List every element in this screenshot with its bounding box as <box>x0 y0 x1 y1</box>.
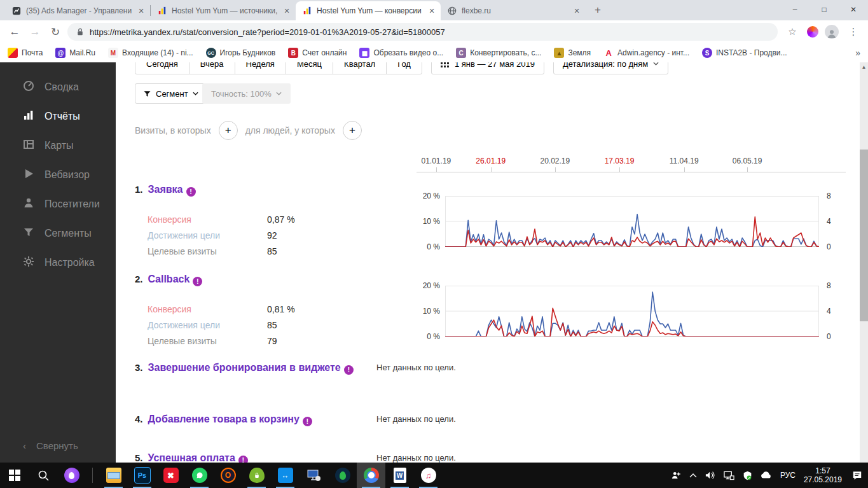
tab-3[interactable]: Hostel Yum Yum — конверсии - ✕ <box>296 1 441 20</box>
bookmarks-overflow-icon[interactable]: » <box>855 48 860 58</box>
sidebar-item-play[interactable]: Вебвизор <box>0 160 116 190</box>
taskbar-green-lock-app[interactable] <box>242 463 271 488</box>
scrollbar-up-arrow[interactable]: ▲ <box>860 64 868 70</box>
add-people-filter-button[interactable]: + <box>343 121 362 140</box>
taskbar-chrome[interactable] <box>357 463 385 488</box>
scrollbar-thumb[interactable] <box>860 150 868 321</box>
taskbar-teamviewer[interactable]: ↔ <box>271 463 300 488</box>
clock[interactable]: 1:57 27.05.2019 <box>804 466 842 484</box>
url-omnibox[interactable]: https://metrika.yandex.ru/stat/conversio… <box>67 23 778 41</box>
add-visit-filter-button[interactable]: + <box>219 121 238 140</box>
y-tick-label: 0 <box>827 332 831 341</box>
goal-title-link[interactable]: Успешная оплата! <box>148 452 248 463</box>
goal-info-badge-icon[interactable]: ! <box>186 187 196 197</box>
stat-label-conv: Конверсия <box>148 304 267 314</box>
new-tab-button[interactable]: + <box>589 2 606 18</box>
sidebar-item-funnel[interactable]: Сегменты <box>0 219 116 248</box>
network-icon[interactable] <box>724 471 734 480</box>
taskbar-itunes[interactable]: ♫ <box>414 463 443 488</box>
page-scrollbar[interactable]: ▲ <box>860 62 868 463</box>
period-button-месяц[interactable]: Месяц <box>286 62 333 74</box>
segment-button[interactable]: Сегмент <box>135 83 207 104</box>
goal-title-link[interactable]: Завершение бронирования в виджете! <box>148 361 354 375</box>
metrika-icon <box>157 6 167 16</box>
accuracy-button[interactable]: Точность: 100% <box>202 83 291 104</box>
taskbar-photoshop[interactable]: Ps <box>128 463 156 488</box>
bookmark-yandex-mail[interactable]: Почта <box>8 48 43 58</box>
taskbar-divider <box>92 468 93 483</box>
taskbar-file-explorer[interactable] <box>99 463 128 488</box>
sidebar-item-layout[interactable]: Карты <box>0 131 116 160</box>
taskbar-search-button[interactable] <box>29 463 57 488</box>
taskbar-red-x-app[interactable]: ✖ <box>156 463 185 488</box>
goal-info-badge-icon[interactable]: ! <box>193 277 202 286</box>
taskbar-orange-ring-app[interactable]: O <box>214 463 242 488</box>
bookmark-star-icon[interactable]: ☆ <box>784 24 801 40</box>
period-button-год[interactable]: Год <box>386 62 422 74</box>
bookmark-insta2b[interactable]: SINSTA2B - Продви... <box>702 48 787 58</box>
date-range-button[interactable]: 1 янв — 27 мая 2019 <box>431 62 544 74</box>
bookmark-schet-online[interactable]: ВСчет онлайн <box>288 48 347 58</box>
goal-info-badge-icon[interactable]: ! <box>238 456 248 463</box>
goal-info-badge-icon[interactable]: ! <box>344 365 354 375</box>
maximize-button[interactable]: □ <box>809 0 839 19</box>
collapse-label: Свернуть <box>36 440 78 451</box>
detail-button[interactable]: Детализация: по дням <box>553 62 668 74</box>
reload-icon[interactable]: ↻ <box>47 24 64 40</box>
chevron-left-icon: ‹ <box>23 440 26 451</box>
period-button-квартал[interactable]: Квартал <box>333 62 387 74</box>
sidebar-item-person[interactable]: Посетители <box>0 190 116 219</box>
tab-close-icon[interactable]: ✕ <box>282 6 292 16</box>
bookmark-mailru[interactable]: @Mail.Ru <box>55 48 95 58</box>
tab-close-icon[interactable]: ✕ <box>427 6 437 16</box>
action-center-icon[interactable] <box>850 471 864 480</box>
back-icon[interactable]: ← <box>6 24 23 40</box>
period-button-сегодня[interactable]: Сегодня <box>135 62 189 74</box>
profile-avatar[interactable] <box>825 25 839 39</box>
volume-icon[interactable] <box>705 471 715 480</box>
people-icon[interactable] <box>671 470 681 480</box>
taskbar-whatsapp[interactable] <box>185 463 214 488</box>
date-axis-label: 01.01.19 <box>422 157 451 165</box>
bookmark-converter[interactable]: CКонвертировать, с... <box>456 48 541 58</box>
sidebar-item-label: Настройка <box>45 257 95 268</box>
bookmark-getcourse[interactable]: GCИгорь Будников <box>206 48 276 58</box>
bookmark-gmail[interactable]: MВходящие (14) - ni... <box>108 48 193 58</box>
tab-close-icon[interactable]: ✕ <box>136 6 146 16</box>
taskbar-yandex-alice[interactable] <box>57 463 86 488</box>
y-tick-label: 10 % <box>423 307 440 316</box>
bookmark-video-crop[interactable]: ▦Обрезать видео о... <box>359 48 443 58</box>
tab-2[interactable]: Hostel Yum Yum — источники, с✕ <box>151 1 296 20</box>
minimize-button[interactable]: – <box>780 0 809 19</box>
language-indicator[interactable]: РУС <box>780 471 796 480</box>
sidebar-collapse-button[interactable]: ‹ Свернуть <box>23 440 78 451</box>
taskbar-start-button[interactable] <box>0 463 29 488</box>
tab-close-icon[interactable]: ✕ <box>572 6 582 16</box>
period-button-неделя[interactable]: Неделя <box>235 62 286 74</box>
taskbar-word[interactable]: W <box>385 463 414 488</box>
close-button[interactable]: ✕ <box>839 0 868 19</box>
taskbar-dark-egg-app[interactable] <box>328 463 357 488</box>
tray-chevron-up-icon[interactable] <box>689 473 697 478</box>
goal-info-badge-icon[interactable]: ! <box>303 417 312 426</box>
goal-header: 1.Заявка! <box>135 183 855 197</box>
tab-1[interactable]: (35) Ads Manager - Управление✕ <box>5 1 150 20</box>
sidebar-item-bars[interactable]: Отчёты <box>0 102 116 131</box>
tab-4[interactable]: flexbe.ru✕ <box>441 1 586 20</box>
forward-icon[interactable]: → <box>27 24 43 40</box>
sidebar-item-gauge[interactable]: Сводка <box>0 73 116 102</box>
goal-row-5: 5.Успешная оплата!Нет данных по цели. <box>135 452 855 463</box>
chart-left-axis: 20 %10 %0 % <box>420 286 445 337</box>
bookmark-adwin[interactable]: AAdwin.agency - инт... <box>603 48 689 58</box>
extension-icon[interactable] <box>807 26 818 38</box>
sidebar-item-gear[interactable]: Настройка <box>0 248 116 277</box>
period-button-вчера[interactable]: Вчера <box>189 62 235 74</box>
antivirus-shield-icon[interactable] <box>743 471 752 480</box>
goal-title-link[interactable]: Добавление товара в корзину! <box>148 413 312 426</box>
taskbar-remote-desktop[interactable] <box>300 463 328 488</box>
onedrive-cloud-icon[interactable] <box>761 471 772 479</box>
menu-kebab-icon[interactable]: ⋮ <box>845 24 862 40</box>
bookmark-zemlya[interactable]: ▲Земля <box>554 48 591 58</box>
goal-title-link[interactable]: Заявка! <box>148 183 196 197</box>
goal-title-link[interactable]: Callback! <box>148 273 203 286</box>
